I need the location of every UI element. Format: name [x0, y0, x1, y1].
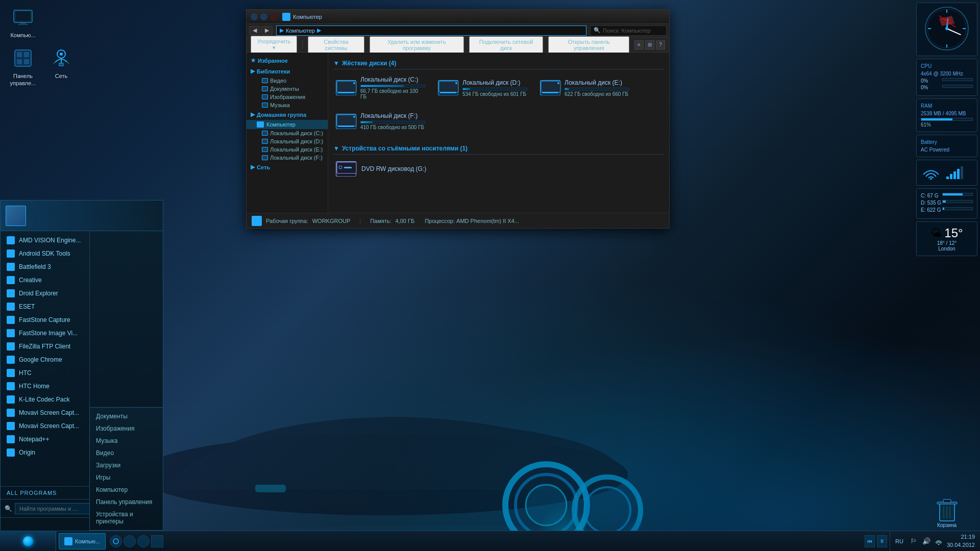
dvd-item[interactable]: DVD RW дисковод (G:): [333, 159, 664, 179]
sidebar-drive-e[interactable]: Локальный диск (E:): [247, 145, 328, 154]
explorer-main-toolbar: Упорядочить ▾ Свойства системы Удалить и…: [247, 37, 669, 53]
place-images[interactable]: Изображения: [90, 422, 163, 435]
drive-e-bar-fill: [565, 88, 569, 90]
place-video[interactable]: Видео: [90, 447, 163, 459]
place-devices[interactable]: Устройства и принтеры: [90, 508, 163, 528]
address-bar[interactable]: ▶ Компьютер ▶: [276, 26, 586, 36]
program-htc[interactable]: HTC: [1, 366, 89, 380]
sidebar-drive-c[interactable]: Локальный диск (C:): [247, 129, 328, 137]
program-chrome[interactable]: Google Chrome: [1, 353, 89, 366]
programs-list: AMD VISION Engine... Android SDK Tools B…: [1, 231, 90, 486]
map-drive-button[interactable]: Подключить сетевой диск: [469, 36, 543, 54]
place-documents[interactable]: Документы: [90, 410, 163, 422]
program-faststone-cap[interactable]: FastStone Capture: [1, 313, 89, 327]
documents-folder-icon: [262, 86, 268, 91]
desktop-icon-panel[interactable]: Панель управле...: [5, 46, 41, 87]
program-amd[interactable]: AMD VISION Engine...: [1, 234, 89, 247]
control-panel-button[interactable]: Открыть панель управления: [548, 36, 629, 54]
back-button[interactable]: ◀: [249, 26, 260, 35]
flag-tray-icon[interactable]: 🏳: [910, 537, 918, 545]
cpu-bar1-label: 0%: [921, 78, 928, 84]
desktop: Компью... Панель управле... Се: [0, 0, 980, 551]
sidebar-images[interactable]: Изображения: [247, 93, 328, 101]
program-android[interactable]: Android SDK Tools: [1, 247, 89, 260]
place-computer[interactable]: Компьютер: [90, 484, 163, 496]
desktop-icon-computer[interactable]: Компью...: [5, 5, 41, 39]
maximize-button[interactable]: [260, 13, 267, 20]
hard-drives-grid: Локальный диск (C:) 66,7 ГБ свободно из …: [333, 73, 664, 133]
program-htc-home[interactable]: HTC Home: [1, 380, 89, 393]
quick-launch-btn1[interactable]: [110, 535, 122, 547]
drive-e-item[interactable]: Локальный диск (E:) 622 ГБ свободно из 6…: [537, 73, 632, 102]
place-games[interactable]: Игры: [90, 471, 163, 484]
sidebar-computer[interactable]: Компьютер: [247, 120, 328, 129]
search-bar[interactable]: 🔍 Поиск: Компьютер: [590, 26, 667, 36]
quick-launch-btn2[interactable]: [124, 535, 136, 547]
minimize-button[interactable]: [251, 13, 258, 20]
faststone-cap-icon: [7, 316, 15, 324]
uninstall-button[interactable]: Удалить или изменить программу: [370, 36, 464, 54]
sidebar-drive-d[interactable]: Локальный диск (D:): [247, 137, 328, 145]
network-icon: [49, 46, 74, 70]
program-klite[interactable]: K-Lite Codec Pack: [1, 393, 89, 406]
explorer-taskbar-btn[interactable]: [151, 535, 163, 547]
weather-main: 🌤 15°: [921, 226, 973, 240]
speaker-tray-icon[interactable]: 🔊: [922, 537, 930, 545]
program-movavi1[interactable]: Movavi Screen Capt...: [1, 406, 89, 419]
sidebar-documents[interactable]: Документы: [247, 85, 328, 93]
drive-e-info: Локальный диск (E:) 622 ГБ свободно из 6…: [565, 79, 629, 97]
right-panel: CPU 4x64 @ 3200 MHz 0% 0% RAM 2538 MB / …: [914, 0, 980, 531]
amd-icon: [7, 236, 15, 244]
network-tray-icon[interactable]: [935, 537, 943, 545]
ram-bar-fill: [921, 118, 952, 120]
program-creative[interactable]: Creative: [1, 273, 89, 287]
weather-temp: 15°: [944, 226, 963, 240]
svg-rect-16: [24, 52, 29, 57]
program-origin[interactable]: Origin: [1, 446, 89, 459]
svg-rect-28: [439, 93, 458, 95]
place-music[interactable]: Музыка: [90, 435, 163, 447]
place-downloads[interactable]: Загрузки: [90, 459, 163, 471]
homegroup-header[interactable]: ▶ Домашняя группа: [247, 109, 328, 120]
favorites-header[interactable]: ★ Избранное: [247, 55, 328, 66]
sidebar-video[interactable]: Видео: [247, 77, 328, 85]
close-button[interactable]: [270, 13, 277, 20]
desktop-icon-network[interactable]: Сеть: [43, 46, 79, 80]
program-faststone-img[interactable]: FastStone Image Vi...: [1, 327, 89, 340]
quick-launch-btn3[interactable]: [137, 535, 150, 547]
dvd-name: DVD RW дисковод (G:): [361, 165, 426, 172]
sidebar-music[interactable]: Музыка: [247, 101, 328, 109]
svg-point-49: [930, 178, 932, 180]
dvd-drive-icon: [336, 161, 356, 177]
system-props-button[interactable]: Свойства системы: [308, 36, 364, 54]
view-list-icon[interactable]: ≡: [634, 40, 644, 49]
libraries-header[interactable]: ▶ Библиотеки: [247, 66, 328, 77]
explorer-titlebar: Компьютер: [247, 10, 669, 24]
program-filezilla[interactable]: FileZilla FTP Client: [1, 340, 89, 353]
program-notepad[interactable]: Notepad++: [1, 433, 89, 446]
view-grid-icon[interactable]: ⊞: [645, 40, 654, 49]
start-button[interactable]: [0, 531, 56, 552]
network-header[interactable]: ▶ Сеть: [247, 162, 328, 172]
status-memory: 4,00 ГБ: [396, 218, 415, 224]
svg-point-56: [113, 539, 118, 544]
removable-section-header[interactable]: ▼ Устройства со съёмными носителями (1): [333, 143, 664, 155]
forward-button[interactable]: ▶: [261, 26, 273, 35]
place-control-panel[interactable]: Панель управления: [90, 496, 163, 508]
drive-f-item[interactable]: Локальный диск (F:) 410 ГБ свободно из 5…: [333, 110, 428, 133]
view-help-icon[interactable]: ?: [656, 40, 665, 49]
sidebar-drive-f[interactable]: Локальный диск (F:): [247, 154, 328, 162]
program-movavi2[interactable]: Movavi Screen Capt...: [1, 419, 89, 433]
program-droid[interactable]: Droid Explorer: [1, 287, 89, 300]
drive-c-item[interactable]: Локальный диск (C:) 66,7 ГБ свободно из …: [333, 73, 428, 102]
prev-track-btn[interactable]: ⏮: [865, 535, 875, 547]
organize-button[interactable]: Упорядочить ▾: [251, 36, 297, 54]
recycle-bin[interactable]: Корзина: [916, 497, 977, 528]
svg-point-24: [353, 82, 355, 84]
program-eset[interactable]: ESET: [1, 300, 89, 313]
taskbar-computer-item[interactable]: Компью...: [59, 533, 106, 549]
program-battlefield[interactable]: Battlefield 3: [1, 260, 89, 273]
hard-drives-section-header[interactable]: ▼ Жёсткие диски (4): [333, 58, 664, 69]
play-pause-btn[interactable]: ⏸: [877, 535, 887, 547]
drive-d-item[interactable]: Локальный диск (D:) 534 ГБ свободно из 6…: [435, 73, 530, 102]
